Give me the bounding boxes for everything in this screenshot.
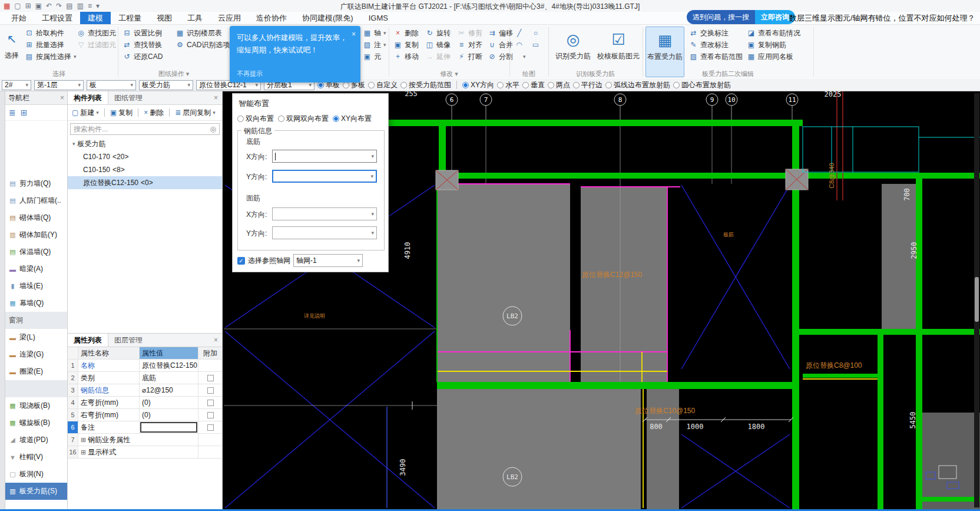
view-icon[interactable]: ▥ xyxy=(77,2,84,9)
undo-icon[interactable]: ↶ xyxy=(46,2,52,9)
radio-parallel-edge[interactable]: 平行边 xyxy=(573,80,602,90)
component-search-input[interactable]: 搜索构件... ◎ xyxy=(70,123,220,135)
sidebar-item-cast-slab[interactable]: ▦现浇板(B) xyxy=(5,397,67,414)
radio-xy-direction[interactable]: XY方向 xyxy=(462,80,494,90)
new-file-icon[interactable]: ▢ xyxy=(14,2,21,9)
caret-down-icon[interactable]: ▾ xyxy=(72,141,75,147)
tree-item-selected[interactable]: 原位替换C12-150 <0> xyxy=(68,176,222,189)
tab-cost-collaboration[interactable]: 造价协作 xyxy=(249,12,294,24)
tab-property-list[interactable]: 属性列表 xyxy=(68,334,108,347)
reference-grid-selector[interactable]: 轴网-1 ▾ xyxy=(293,254,363,267)
find-replace-button[interactable]: ⇄查找替换 xyxy=(122,39,162,50)
new-component-button[interactable]: ▢新建▾ xyxy=(70,107,101,119)
sidebar-item-civil-defense-wall[interactable]: ▤人防门框墙(.. xyxy=(5,192,67,209)
bottom-y-direction-input[interactable]: ▾ xyxy=(272,170,377,183)
draw-more-tools[interactable]: ▾ xyxy=(523,51,526,62)
move-button[interactable]: +移动 xyxy=(393,51,419,62)
delete-component-button[interactable]: ×删除 xyxy=(142,107,165,119)
radio-two-points[interactable]: 两点 xyxy=(548,80,570,90)
view-rebar-range-button[interactable]: ▧查看布筋范围 xyxy=(689,51,743,62)
property-row-rebar-info[interactable]: 3 钢筋信息 ⌀12@150 xyxy=(68,384,222,397)
close-icon[interactable]: × xyxy=(214,91,222,104)
property-row-remark[interactable]: 6 备注 xyxy=(68,421,222,434)
grid-view-icon[interactable]: ⊞ xyxy=(21,108,28,117)
tree-item[interactable]: C10-150 <8> xyxy=(68,163,222,176)
redo-icon[interactable]: ↷ xyxy=(56,2,62,9)
collapsed-panel-strip[interactable] xyxy=(0,91,5,511)
sidebar-item-wall-pier[interactable]: ▮墙垛(E) xyxy=(5,278,67,295)
expand-icon[interactable]: ⊞ xyxy=(81,449,86,456)
sidebar-item-curtain-wall[interactable]: ▦幕墙(Q) xyxy=(5,295,67,312)
sidebar-item-beam[interactable]: ▬梁(L) xyxy=(5,329,67,346)
property-row-right-bend[interactable]: 5 右弯折(mm) (0) xyxy=(68,409,222,421)
property-row-rebar-business[interactable]: 7 ⊞钢筋业务属性 xyxy=(68,434,222,446)
property-row-category[interactable]: 2 类别 底筋 xyxy=(68,372,222,384)
tab-tools[interactable]: 工具 xyxy=(180,12,210,24)
set-scale-button[interactable]: ⊟设置比例 xyxy=(122,28,162,38)
close-icon[interactable]: × xyxy=(60,94,64,102)
align-button[interactable]: ≡对齐 xyxy=(457,39,482,50)
tab-co-modeling[interactable]: 协同建模(限免) xyxy=(294,12,361,24)
edit-annotation-button[interactable]: ✎查改标注 xyxy=(689,39,729,50)
close-icon[interactable]: × xyxy=(214,334,222,347)
radio-double-net-two-way[interactable]: 双网双向布置 xyxy=(278,114,329,124)
draw-line-tool[interactable]: ╱ xyxy=(515,28,524,38)
slab-region[interactable] xyxy=(581,187,667,382)
sidebar-item-spiral-slab[interactable]: ▦螺旋板(B) xyxy=(5,414,67,431)
attach-checkbox[interactable] xyxy=(207,400,214,406)
sidebar-item-hidden-beam[interactable]: ▬暗梁(A) xyxy=(5,261,67,278)
view-rebar-situation-button[interactable]: ◪查看布筋情况 xyxy=(747,28,800,38)
radio-horizontal[interactable]: 水平 xyxy=(497,80,519,90)
tab-component-list[interactable]: 构件列表 xyxy=(68,91,108,104)
interlayer-copy-button[interactable]: ≣层间复制▾ xyxy=(173,107,217,119)
tab-modeling[interactable]: 建模 xyxy=(80,12,111,24)
attach-checkbox[interactable] xyxy=(207,412,214,418)
delete-button[interactable]: ×删除 xyxy=(393,28,419,38)
batch-select-button[interactable]: ⊞批量选择 xyxy=(25,39,64,50)
truncated-element-button[interactable]: ▣元 xyxy=(363,51,381,62)
tab-cloud-apps[interactable]: 云应用 xyxy=(210,12,249,24)
tab-drawing-management[interactable]: 图纸管理 xyxy=(108,91,148,104)
find-element-button[interactable]: ◎查找图元 xyxy=(77,28,116,38)
restore-cad-button[interactable]: ↺还原CAD xyxy=(122,51,163,62)
attach-checkbox[interactable] xyxy=(207,387,214,394)
radio-center-radial[interactable]: 圆心布置放射筋 xyxy=(673,80,731,90)
sidebar-item-masonry-wall[interactable]: ▤砌体墙(Q) xyxy=(5,209,67,226)
tree-item[interactable]: C10-170 <20> xyxy=(68,150,222,163)
pick-component-button[interactable]: ⊡拾取构件 xyxy=(25,28,64,38)
merge-button[interactable]: ∪合并 xyxy=(488,39,513,50)
draw-circle-tool[interactable]: ○ xyxy=(531,28,540,38)
category-selector[interactable]: 板▾ xyxy=(87,80,136,90)
draw-arc-tool[interactable]: ◠ xyxy=(515,39,524,50)
sidebar-item-shear-wall[interactable]: ▤剪力墙(Q) xyxy=(5,175,67,192)
list-view-icon[interactable]: ≣ xyxy=(9,108,16,117)
radio-xy-arrange[interactable]: XY向布置 xyxy=(333,114,372,124)
sidebar-item-masonry-reinforcement[interactable]: ▥砌体加筋(Y) xyxy=(5,226,67,243)
top-y-direction-input[interactable]: ▾ xyxy=(272,226,377,239)
select-by-attribute-button[interactable]: ▤按属性选择▾ xyxy=(25,51,77,62)
sidebar-section-openings[interactable]: 窗洞 xyxy=(5,312,67,329)
tab-quantities[interactable]: 工程量 xyxy=(111,12,149,24)
tab-igms[interactable]: IGMS xyxy=(361,12,396,24)
building-selector[interactable]: 2#▾ xyxy=(2,80,31,90)
element-type-selector[interactable]: 板受力筋▾ xyxy=(139,80,193,90)
offset-button[interactable]: ⇉偏移 xyxy=(488,28,513,38)
sidebar-section-slab[interactable] xyxy=(5,380,67,397)
property-row-display-style[interactable]: 16 ⊞显示样式 xyxy=(68,446,222,459)
radio-by-rebar-range[interactable]: 按受力筋范围 xyxy=(400,80,451,90)
tab-start[interactable]: 开始 xyxy=(4,12,34,24)
swap-annotation-button[interactable]: ⇄交换标注 xyxy=(689,28,729,38)
sidebar-item-coupling-beam[interactable]: ▬连梁(G) xyxy=(5,346,67,363)
mirror-button[interactable]: ◫镜像 xyxy=(425,39,451,50)
attach-checkbox[interactable] xyxy=(207,424,214,431)
slab-region[interactable] xyxy=(922,413,980,509)
chevron-down-icon[interactable]: ▾ xyxy=(96,2,100,9)
cad-recognition-options-button[interactable]: ⚙CAD识别选项 xyxy=(176,39,230,50)
help-search-pill[interactable]: 遇到问题，搜一搜 立即咨询 xyxy=(687,10,795,24)
draw-rect-tool[interactable]: ▭ xyxy=(531,39,540,50)
truncated-annotate-button[interactable]: ▧注▾ xyxy=(363,39,386,50)
vertical-scrollbar-thumb[interactable] xyxy=(975,277,979,322)
faq-question-link[interactable]: 数层三维显示图元/轴网有错位，位置不对应如何处理？ xyxy=(789,13,979,24)
split-button[interactable]: ⊘分割 xyxy=(488,51,513,62)
sidebar-item-ramp[interactable]: ◢坡道(PD) xyxy=(5,431,67,449)
